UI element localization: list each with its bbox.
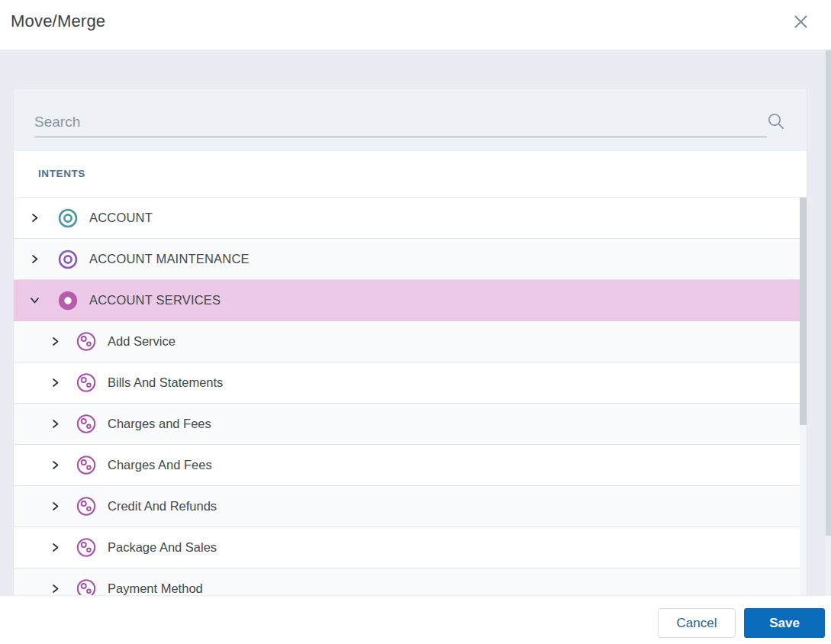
- tree-row[interactable]: Charges and Fees: [14, 404, 800, 445]
- intent-label: ACCOUNT: [89, 211, 153, 225]
- dialog-footer: Cancel Save: [0, 596, 831, 644]
- subintent-icon: [76, 414, 97, 435]
- dialog-titlebar: Move/Merge: [0, 0, 831, 50]
- page-scrollbar[interactable]: [826, 50, 831, 596]
- subintent-icon: [76, 578, 97, 596]
- cancel-button[interactable]: Cancel: [658, 608, 736, 638]
- dialog-title: Move/Merge: [11, 11, 105, 31]
- intent-icon: [57, 290, 79, 311]
- chevron-right-icon[interactable]: [50, 583, 61, 594]
- chevron-right-icon[interactable]: [50, 336, 61, 347]
- subintent-icon: [76, 455, 97, 476]
- tree-row[interactable]: ACCOUNT: [14, 198, 800, 239]
- intent-label: Credit And Refunds: [108, 499, 217, 514]
- search-input[interactable]: [34, 107, 767, 137]
- list-scrollbar[interactable]: [800, 198, 807, 595]
- chevron-right-icon[interactable]: [50, 418, 61, 430]
- tree-row[interactable]: Add Service: [14, 321, 800, 362]
- tree-row[interactable]: ACCOUNT MAINTENANCE: [14, 239, 800, 280]
- intent-icon: [57, 249, 79, 270]
- intent-label: Bills And Statements: [108, 375, 223, 390]
- intent-picker-panel: INTENTS ACCOUNTACCOUNT MAINTENANCEACCOUN…: [13, 88, 807, 595]
- intent-label: ACCOUNT SERVICES: [89, 293, 221, 308]
- intent-label: ACCOUNT MAINTENANCE: [89, 252, 250, 266]
- chevron-right-icon[interactable]: [50, 542, 61, 553]
- tree-row[interactable]: Package And Sales: [14, 527, 800, 568]
- chevron-down-icon[interactable]: [29, 295, 40, 306]
- page-scrollbar-thumb[interactable]: [826, 50, 831, 536]
- intents-label: INTENTS: [38, 168, 85, 179]
- intent-label: Charges and Fees: [108, 417, 211, 431]
- chevron-right-icon[interactable]: [50, 459, 61, 471]
- intent-list: ACCOUNTACCOUNT MAINTENANCEACCOUNT SERVIC…: [14, 198, 807, 595]
- tree-row[interactable]: Credit And Refunds: [14, 486, 800, 527]
- subintent-icon: [76, 537, 97, 559]
- chevron-right-icon[interactable]: [29, 212, 40, 224]
- list-scrollbar-thumb[interactable]: [800, 198, 807, 425]
- chevron-right-icon[interactable]: [50, 377, 61, 388]
- tree-row[interactable]: Bills And Statements: [14, 362, 800, 404]
- intent-label: Package And Sales: [108, 540, 217, 555]
- search-section: [14, 89, 807, 151]
- chevron-right-icon[interactable]: [50, 501, 61, 512]
- intent-label: Charges And Fees: [108, 458, 212, 472]
- subintent-icon: [76, 331, 97, 353]
- tree-row[interactable]: ACCOUNT SERVICES: [14, 280, 800, 321]
- chevron-right-icon[interactable]: [29, 253, 40, 265]
- subintent-icon: [76, 372, 97, 394]
- tree-row[interactable]: Charges And Fees: [14, 445, 800, 486]
- intent-label: Payment Method: [108, 581, 203, 595]
- subintent-icon: [76, 496, 97, 517]
- intent-icon: [57, 208, 79, 229]
- intents-section-header: INTENTS: [14, 151, 807, 198]
- search-icon[interactable]: [766, 111, 786, 131]
- save-button[interactable]: Save: [744, 608, 825, 638]
- tree-row[interactable]: Payment Method: [14, 568, 800, 595]
- intent-label: Add Service: [108, 334, 176, 349]
- close-icon[interactable]: [790, 11, 811, 32]
